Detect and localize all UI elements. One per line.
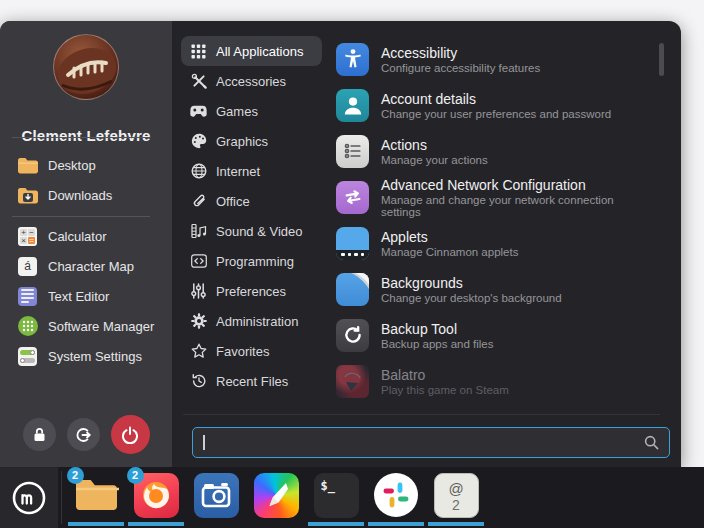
category-favorites[interactable]: Favorites <box>181 336 322 366</box>
app-row-balatro[interactable]: BalatroPlay this game on Steam <box>336 358 652 404</box>
mint-menu-button[interactable] <box>0 467 58 528</box>
power-icon <box>121 426 139 444</box>
sidebar-item-desktop[interactable]: Desktop <box>0 150 172 180</box>
actions-icon <box>336 135 369 168</box>
taskbar-item-paint-app[interactable] <box>246 467 306 528</box>
app-row-backgrounds[interactable]: BackgroundsChange your desktop's backgro… <box>336 266 652 312</box>
character-map-icon: á <box>17 256 38 277</box>
calculator-icon: +−×= <box>17 226 38 247</box>
taskbar-item-terminal[interactable]: $_ <box>306 467 366 528</box>
app-row-account-details[interactable]: Account detailsChange your user preferen… <box>336 82 652 128</box>
app-description: Manage and change your network connectio… <box>381 194 652 218</box>
sidebar-item-system-settings[interactable]: System Settings <box>0 341 172 371</box>
app-name: Backup Tool <box>381 321 494 337</box>
linux-mint-logo-icon <box>11 480 47 516</box>
sidebar-item-label: Downloads <box>48 188 112 203</box>
sidebar-item-label: Character Map <box>48 259 134 274</box>
category-sound-video[interactable]: Sound & Video <box>181 216 322 246</box>
at-app-count: 2 <box>452 497 460 513</box>
app-row-accessibility[interactable]: AccessibilityConfigure accessibility fea… <box>336 36 652 82</box>
folder-icon <box>17 155 38 176</box>
username: Clement Lefebvre <box>0 127 172 144</box>
taskbar-item-screenshot-tool[interactable] <box>186 467 246 528</box>
taskbar-item-files[interactable]: 2 <box>66 467 126 528</box>
running-indicator <box>128 522 184 526</box>
system-settings-icon <box>17 346 38 367</box>
code-icon <box>190 253 207 270</box>
app-description: Play this game on Steam <box>381 384 509 396</box>
category-administration[interactable]: Administration <box>181 306 322 336</box>
globe-icon <box>190 163 207 180</box>
applets-icon <box>336 227 369 260</box>
sidebar-item-software-manager[interactable]: Software Manager <box>0 311 172 341</box>
taskbar-item-slack[interactable] <box>366 467 426 528</box>
sidebar-item-label: Text Editor <box>48 289 109 304</box>
places-list: Desktop Downloads <box>0 150 172 210</box>
gamepad-icon <box>190 103 207 120</box>
text-editor-icon <box>17 286 38 307</box>
sidebar-divider <box>12 216 150 217</box>
taskbar-item-firefox[interactable]: 2 <box>126 467 186 528</box>
app-row-backup-tool[interactable]: Backup ToolBackup apps and files <box>336 312 652 358</box>
category-label: Graphics <box>216 134 268 149</box>
app-row-actions[interactable]: ActionsManage your actions <box>336 128 652 174</box>
cinnamon-menu: Clement Lefebvre Desktop Downloads +−×= <box>0 21 681 467</box>
at-glyph: @ <box>448 481 463 497</box>
category-list: All Applications Accessories Games Graph… <box>181 36 322 396</box>
app-row-applets[interactable]: AppletsManage Cinnamon applets <box>336 220 652 266</box>
session-buttons <box>0 415 172 454</box>
category-preferences[interactable]: Preferences <box>181 276 322 306</box>
running-indicator <box>428 522 484 526</box>
taskbar-divider <box>61 471 62 524</box>
category-graphics[interactable]: Graphics <box>181 126 322 156</box>
menu-sidebar: Clement Lefebvre Desktop Downloads +−×= <box>0 21 172 467</box>
backgrounds-icon <box>336 273 369 306</box>
running-indicator <box>68 522 124 526</box>
category-label: Accessories <box>216 74 286 89</box>
search-input[interactable] <box>205 435 645 450</box>
category-label: Administration <box>216 314 298 329</box>
running-indicator <box>308 522 364 526</box>
category-recent-files[interactable]: Recent Files <box>181 366 322 396</box>
app-name: Accessibility <box>381 45 540 61</box>
sidebar-item-calculator[interactable]: +−×= Calculator <box>0 221 172 251</box>
list-divider <box>183 414 660 415</box>
category-office[interactable]: Office <box>181 186 322 216</box>
sidebar-item-downloads[interactable]: Downloads <box>0 180 172 210</box>
app-name: Advanced Network Configuration <box>381 177 652 193</box>
logout-icon <box>75 427 91 443</box>
category-programming[interactable]: Programming <box>181 246 322 276</box>
sidebar-divider <box>12 137 150 138</box>
taskbar-item-at-app[interactable]: @ 2 <box>426 467 486 528</box>
sidebar-item-text-editor[interactable]: Text Editor <box>0 281 172 311</box>
gear-icon <box>190 313 207 330</box>
category-label: Recent Files <box>216 374 288 389</box>
tools-icon <box>190 73 207 90</box>
app-row-advanced-network-configuration[interactable]: Advanced Network ConfigurationManage and… <box>336 174 652 220</box>
notification-badge: 2 <box>127 467 144 484</box>
app-list-scrollbar[interactable] <box>659 43 664 76</box>
sidebar-item-label: Calculator <box>48 229 107 244</box>
app-name: Balatro <box>381 367 509 383</box>
logout-button[interactable] <box>67 418 100 451</box>
slack-icon <box>374 473 418 517</box>
search-bar[interactable] <box>192 427 670 458</box>
taskbar: 2 2 $_ <box>0 467 704 528</box>
category-label: Internet <box>216 164 260 179</box>
sidebar-item-character-map[interactable]: á Character Map <box>0 251 172 281</box>
account-icon <box>336 89 369 122</box>
accessibility-icon <box>336 43 369 76</box>
network-icon <box>336 181 369 214</box>
category-games[interactable]: Games <box>181 96 322 126</box>
app-description: Configure accessibility features <box>381 62 540 74</box>
power-button[interactable] <box>111 415 150 454</box>
category-all-applications[interactable]: All Applications <box>181 36 322 66</box>
application-list: AccessibilityConfigure accessibility fea… <box>336 36 652 404</box>
camera-icon <box>194 473 239 518</box>
app-description: Change your desktop's background <box>381 292 562 304</box>
category-internet[interactable]: Internet <box>181 156 322 186</box>
category-accessories[interactable]: Accessories <box>181 66 322 96</box>
user-avatar[interactable] <box>53 34 119 100</box>
category-label: Preferences <box>216 284 286 299</box>
lock-button[interactable] <box>23 418 56 451</box>
